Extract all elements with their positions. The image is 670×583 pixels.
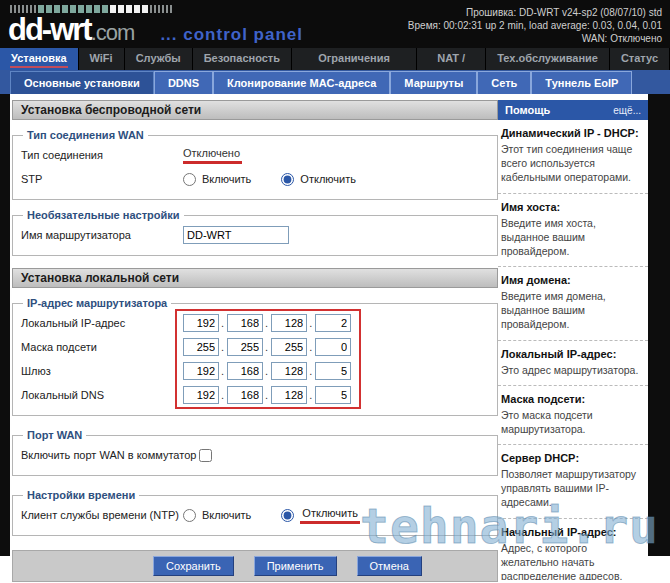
help-topic-domain: Имя домена: Введите имя домена, выданное… bbox=[498, 267, 648, 341]
logo-tagline: ... control panel bbox=[160, 25, 303, 44]
subnet-mask-octet-1[interactable] bbox=[183, 338, 219, 356]
header: dd-wrt.com... control panel Прошивка: DD… bbox=[0, 0, 670, 48]
firmware-info: Прошивка: DD-WRT v24-sp2 (08/07/10) std bbox=[408, 6, 662, 19]
ntp-enable-label: Включить bbox=[202, 509, 251, 521]
section-header-wan-setup: Установка беспроводной сети bbox=[12, 100, 498, 120]
help-topic-hostname: Имя хоста: Введите имя хоста, выданное в… bbox=[498, 194, 648, 268]
local-ip-octet-1[interactable] bbox=[183, 314, 219, 332]
gateway-octet-4[interactable] bbox=[315, 362, 351, 380]
help-topic-start-ip: Начальный IP-адрес: Адрес, с которого же… bbox=[498, 519, 648, 580]
time-settings-group: Настройки времени Клиент службы времени … bbox=[12, 489, 498, 536]
stp-label: STP bbox=[21, 173, 183, 185]
right-border bbox=[648, 94, 670, 556]
stp-disable-label: Отключить bbox=[300, 173, 356, 185]
wan-port-group: Порт WAN Включить порт WAN в коммутатор bbox=[12, 429, 498, 476]
optional-settings-legend: Необязательные настройки bbox=[23, 209, 184, 221]
subnet-mask-label: Маска подсети bbox=[21, 341, 183, 353]
stp-enable-radio[interactable] bbox=[183, 173, 196, 186]
gateway-octet-2[interactable] bbox=[227, 362, 263, 380]
apply-button[interactable]: Применить bbox=[254, 556, 337, 576]
local-ip-octet-3[interactable] bbox=[271, 314, 307, 332]
ntp-disable-label: Отключить bbox=[300, 507, 360, 524]
wan-connection-legend: Тип соединения WAN bbox=[23, 129, 148, 141]
router-ip-legend: IP-адрес маршрутизатора bbox=[23, 297, 171, 309]
gateway-octet-3[interactable] bbox=[271, 362, 307, 380]
help-topic-subnet-mask: Маска подсети: Это маска подсети маршрут… bbox=[498, 386, 648, 445]
local-dns-octet-2[interactable] bbox=[227, 386, 263, 404]
wan-port-legend: Порт WAN bbox=[23, 429, 86, 441]
main-tab-bar: Установка WiFi Службы Безопасность Огран… bbox=[0, 48, 670, 70]
wan-port-switch-checkbox[interactable] bbox=[199, 449, 212, 462]
settings-form: Установка беспроводной сети Тип соединен… bbox=[12, 100, 498, 582]
subtab-routing[interactable]: Маршруты bbox=[390, 71, 477, 94]
tab-nat-qos[interactable]: NAT / QoS bbox=[417, 48, 486, 70]
tab-status[interactable]: Статус bbox=[610, 48, 670, 70]
ntp-enable-radio[interactable] bbox=[183, 509, 196, 522]
active-tab-underline bbox=[10, 66, 68, 68]
gateway-label: Шлюз bbox=[21, 365, 183, 377]
tab-wifi[interactable]: WiFi bbox=[79, 48, 125, 70]
router-name-input[interactable] bbox=[183, 226, 289, 244]
help-topic-local-ip: Локальный IP-адрес: Это адрес маршрутиза… bbox=[498, 341, 648, 386]
content-area: Установка беспроводной сети Тип соединен… bbox=[0, 94, 670, 583]
router-ip-group: IP-адрес маршрутизатора Локальный IP-адр… bbox=[12, 297, 498, 416]
tab-security[interactable]: Безопасность bbox=[193, 48, 292, 70]
wan-port-switch-label: Включить порт WAN в коммутатор bbox=[21, 449, 199, 461]
subnet-mask-octet-2[interactable] bbox=[227, 338, 263, 356]
connection-type-value[interactable]: Отключено bbox=[183, 147, 242, 164]
logo-ddwrt: dd-wrt bbox=[8, 12, 91, 47]
local-ip-octet-4[interactable] bbox=[315, 314, 351, 332]
tab-services[interactable]: Службы bbox=[125, 48, 193, 70]
section-header-lan-setup: Установка локальной сети bbox=[12, 268, 498, 288]
tab-administration[interactable]: Тех.обслуживание bbox=[486, 48, 610, 70]
subtab-eoip[interactable]: Туннель EoIP bbox=[531, 71, 632, 94]
local-ip-octet-2[interactable] bbox=[227, 314, 263, 332]
subnet-mask-octet-3[interactable] bbox=[271, 338, 307, 356]
ntp-disable-radio[interactable] bbox=[281, 509, 294, 522]
subtab-mac-clone[interactable]: Клонирование MAC-адреса bbox=[213, 71, 390, 94]
help-panel: Помощь ещё... Динамический IP - DHCP: Эт… bbox=[498, 100, 648, 580]
sub-tab-bar: Основные установки DDNS Клонирование MAC… bbox=[0, 70, 670, 94]
stp-enable-label: Включить bbox=[202, 173, 251, 185]
tab-access-restrictions[interactable]: Ограничения доступа bbox=[292, 48, 417, 70]
help-topic-dhcp-server: Сервер DHCP: Позволяет маршрутизатору уп… bbox=[498, 445, 648, 519]
local-dns-octet-1[interactable] bbox=[183, 386, 219, 404]
connection-type-label: Тип соединения bbox=[21, 149, 183, 161]
local-ip-label: Локальный IP-адрес bbox=[21, 317, 183, 329]
help-topic-dhcp: Динамический IP - DHCP: Этот тип соедине… bbox=[498, 120, 648, 194]
subtab-ddns[interactable]: DDNS bbox=[154, 71, 213, 94]
ntp-client-label: Клиент службы времени (NTP) bbox=[21, 509, 183, 521]
footer-button-bar: Сохранить Применить Отмена bbox=[12, 550, 498, 582]
local-dns-octet-4[interactable] bbox=[315, 386, 351, 404]
help-more-link[interactable]: ещё... bbox=[613, 105, 641, 116]
wan-status: WAN: Отключено bbox=[408, 32, 662, 45]
tab-setup[interactable]: Установка bbox=[0, 48, 79, 70]
stp-disable-radio[interactable] bbox=[281, 173, 294, 186]
wan-connection-group: Тип соединения WAN Тип соединения Отключ… bbox=[12, 129, 498, 200]
save-button[interactable]: Сохранить bbox=[153, 556, 234, 576]
left-border bbox=[0, 94, 10, 556]
optional-settings-group: Необязательные настройки Имя маршрутизат… bbox=[12, 209, 498, 256]
local-dns-label: Локальный DNS bbox=[21, 389, 183, 401]
subnet-mask-octet-4[interactable] bbox=[315, 338, 351, 356]
subtab-basic-setup[interactable]: Основные установки bbox=[10, 71, 154, 94]
uptime-info: Время: 00:02:31 up 2 min, load average: … bbox=[408, 19, 662, 32]
help-title: Помощь bbox=[505, 104, 550, 116]
cancel-button[interactable]: Отмена bbox=[357, 556, 422, 576]
router-name-label: Имя маршрутизатора bbox=[21, 229, 183, 241]
local-dns-octet-3[interactable] bbox=[271, 386, 307, 404]
gateway-octet-1[interactable] bbox=[183, 362, 219, 380]
subtab-vlan[interactable]: Сеть bbox=[477, 71, 531, 94]
time-settings-legend: Настройки времени bbox=[23, 489, 139, 501]
logo-com-suffix: .com bbox=[91, 20, 135, 45]
